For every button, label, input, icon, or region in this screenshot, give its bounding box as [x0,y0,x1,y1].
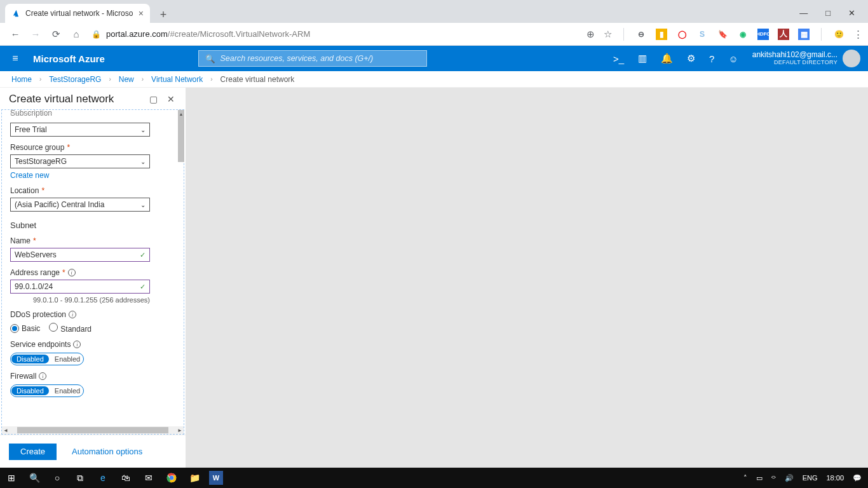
azure-favicon [11,9,20,18]
breadcrumb-current: Create virtual network [220,75,295,84]
info-icon[interactable]: i [39,372,46,380]
chrome-icon[interactable] [160,468,183,488]
valid-check-icon: ✓ [140,251,146,259]
cloud-shell-icon[interactable]: >_ [613,53,624,64]
azure-logo[interactable]: Microsoft Azure [33,53,105,64]
subnet-name-input[interactable]: WebServers ✓ [10,248,150,262]
cortana-icon[interactable]: ○ [46,468,69,488]
extension-icon[interactable]: S [696,29,708,40]
toggle-enabled: Enabled [50,355,80,363]
firewall-toggle[interactable]: Disabled Enabled [10,384,84,397]
taskview-icon[interactable]: ⧉ [69,468,92,488]
home-button[interactable]: ⌂ [69,27,84,42]
chrome-menu-icon[interactable]: ⋮ [853,29,863,40]
ddos-label: DDoS protection [10,310,66,319]
star-icon[interactable]: ☆ [604,29,612,40]
tab-close-icon[interactable]: × [139,8,144,18]
language-indicator[interactable]: ENG [803,474,818,482]
notifications-icon[interactable]: 🔔 [661,53,673,64]
extension-icon[interactable]: HDFC [757,29,769,40]
user-email: ankitshahi102@gmail.c... [752,51,837,59]
word-icon[interactable]: W [209,471,223,485]
subnet-section: Subnet [10,220,175,230]
edge-icon[interactable]: e [92,468,114,488]
feedback-icon[interactable]: ☺ [728,53,738,64]
info-icon[interactable]: i [73,341,81,348]
back-button[interactable]: ← [8,27,23,42]
browser-toolbar: ← → ⟳ ⌂ 🔒 portal.azure.com /#create/Micr… [0,23,868,46]
chevron-down-icon: ⌄ [140,201,146,208]
location-select[interactable]: (Asia Pacific) Central India ⌄ [10,198,150,212]
hamburger-icon[interactable]: ≡ [0,53,31,64]
create-new-rg-link[interactable]: Create new [10,171,175,180]
browser-tab[interactable]: Create virtual network - Microso × [5,4,150,23]
reload-button[interactable]: ⟳ [48,27,64,42]
search-placeholder: Search resources, services, and docs (G+… [220,54,374,63]
chevron-down-icon: ⌄ [140,158,146,165]
breadcrumb-vnet[interactable]: Virtual Network [151,75,203,84]
blade-footer: Create Automation options [0,435,186,468]
search-icon[interactable]: 🔍 [23,468,46,488]
mail-icon[interactable]: ✉ [137,468,160,488]
close-window-icon[interactable]: ✕ [848,8,855,18]
resource-group-select[interactable]: TestStorageRG ⌄ [10,154,150,168]
tab-title: Create virtual network - Microso [25,9,133,18]
pin-icon[interactable]: ▢ [147,93,159,105]
settings-icon[interactable]: ⚙ [687,53,695,64]
scrollbar-thumb[interactable] [178,118,184,162]
address-range-label: Address range [10,268,60,277]
svg-point-1 [170,476,174,480]
extension-icon[interactable]: ▮ [656,29,667,40]
rg-label: Resource group [10,143,64,152]
toggle-disabled: Disabled [11,386,49,395]
volume-icon[interactable]: 🔊 [785,474,794,482]
address-bar[interactable]: 🔒 portal.azure.com /#create/Microsoft.Vi… [92,25,581,43]
toggle-enabled: Enabled [50,387,80,395]
extension-icon[interactable]: 人 [778,29,789,40]
info-icon[interactable]: i [69,311,76,318]
breadcrumb-rg[interactable]: TestStorageRG [49,75,101,84]
close-blade-icon[interactable]: ✕ [165,93,177,105]
extension-icon[interactable]: ⊖ [635,29,647,40]
url-path: /#create/Microsoft.VirtualNetwork-ARM [168,29,310,39]
window-titlebar: Create virtual network - Microso × + — □… [0,0,868,23]
subnet-name-label: Name [10,236,31,245]
breadcrumb-new[interactable]: New [119,75,134,84]
automation-options-link[interactable]: Automation options [72,447,142,456]
wifi-icon[interactable]: ⌔ [771,474,776,482]
horizontal-scrollbar[interactable]: ◄► [2,426,184,434]
store-icon[interactable]: 🛍 [114,468,137,488]
create-button[interactable]: Create [9,444,57,460]
scrollbar-up-icon[interactable]: ▲ [178,110,184,118]
user-account[interactable]: ankitshahi102@gmail.c... DEFAULT DIRECTO… [752,50,860,67]
extension-icon[interactable]: ▦ [798,29,810,40]
breadcrumb-home[interactable]: Home [11,75,32,84]
action-center-icon[interactable]: 💬 [853,474,862,482]
subscription-select[interactable]: Free Trial ⌄ [10,123,150,137]
location-label: Location [10,186,39,195]
zoom-icon[interactable]: ⊕ [587,29,595,40]
extension-icon[interactable]: ◯ [676,29,688,40]
tray-chevron-icon[interactable]: ˄ [743,474,747,482]
blade-body: ▲ Subscription Free Trial ⌄ Resource gro… [1,109,184,435]
file-explorer-icon[interactable]: 📁 [183,468,206,488]
extension-icon[interactable]: 🔖 [717,29,728,40]
ddos-standard-radio[interactable]: Standard [49,323,92,334]
extension-icon[interactable]: ◉ [737,29,749,40]
clock[interactable]: 18:00 [826,474,844,482]
minimize-icon[interactable]: — [799,8,808,18]
directory-filter-icon[interactable]: ▥ [638,53,647,64]
profile-avatar[interactable]: 🙂 [833,29,844,40]
maximize-icon[interactable]: □ [825,8,831,18]
start-button[interactable]: ⊞ [0,468,23,488]
ddos-basic-radio[interactable]: Basic [10,324,40,333]
azure-search[interactable]: 🔍 Search resources, services, and docs (… [198,50,427,67]
address-range-value: 99.0.1.0/24 [15,282,53,291]
info-icon[interactable]: i [68,269,76,276]
service-endpoints-toggle[interactable]: Disabled Enabled [10,353,84,365]
new-tab-button[interactable]: + [155,6,172,23]
address-range-input[interactable]: 99.0.1.0/24 ✓ [10,280,150,294]
lock-icon: 🔒 [92,30,101,39]
help-icon[interactable]: ? [709,53,714,64]
battery-icon[interactable]: ▭ [756,474,763,482]
